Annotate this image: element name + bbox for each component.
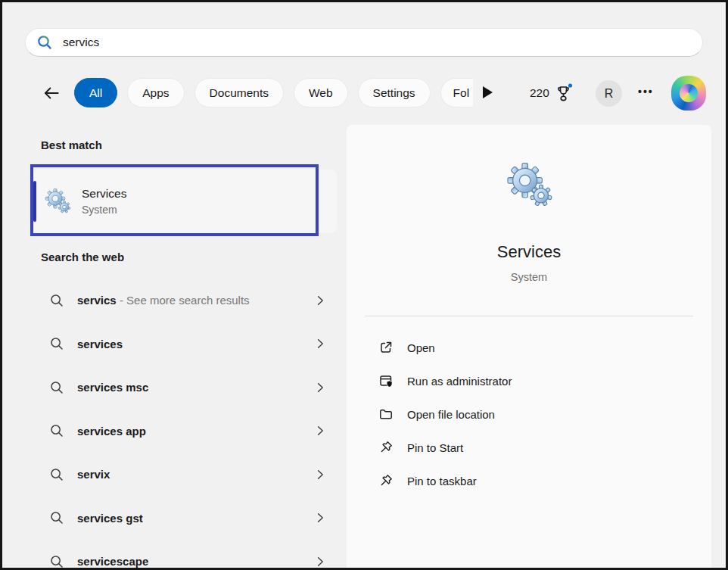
rewards-button[interactable]: 220 [530, 83, 574, 104]
suggestion-row[interactable]: servics - See more search results [33, 279, 337, 322]
search-bar [25, 28, 703, 57]
chevron-right-icon [314, 338, 326, 350]
back-button[interactable] [40, 82, 63, 104]
action-pin-to-taskbar[interactable]: Pin to taskbar [347, 464, 711, 497]
tab-documents[interactable]: Documents [194, 78, 284, 107]
suggestion-row[interactable]: servicescape [33, 540, 337, 570]
suggestion-row[interactable]: services app [33, 410, 337, 453]
action-label: Run as administrator [407, 375, 512, 388]
action-label: Pin to taskbar [407, 475, 477, 487]
tab-all[interactable]: All [74, 78, 117, 107]
details-subtitle: System [347, 271, 711, 283]
action-label: Pin to Start [407, 441, 463, 454]
suggestion-suffix: - See more search results [117, 294, 250, 307]
suggestion-query: services msc [77, 381, 148, 394]
details-panel: Services System Open [347, 125, 711, 568]
pin-icon [378, 440, 394, 455]
avatar[interactable]: R [596, 80, 622, 107]
chevron-right-icon [314, 556, 326, 568]
search-input[interactable] [63, 36, 692, 49]
web-suggestions-list: servics - See more search results servic… [33, 279, 337, 570]
action-label: Open [407, 341, 435, 354]
pin-icon [378, 473, 394, 488]
action-run-as-administrator[interactable]: Run as administrator [347, 364, 711, 397]
more-options-button[interactable]: ••• [638, 86, 654, 98]
search-window: All Apps Documents Web Settings Fol 220 … [0, 0, 728, 570]
services-gears-icon [44, 188, 71, 215]
folder-icon [378, 406, 394, 422]
search-icon [49, 380, 64, 395]
services-gears-icon-large [347, 161, 711, 210]
suggestion-query: services app [77, 425, 146, 438]
admin-shield-icon [378, 373, 394, 388]
suggestion-row[interactable]: servix [33, 453, 337, 497]
search-icon [49, 336, 64, 351]
tab-settings[interactable]: Settings [358, 78, 431, 107]
best-match-item-services[interactable]: Services System [33, 170, 337, 233]
search-icon [36, 34, 53, 51]
action-open-file-location[interactable]: Open file location [347, 397, 711, 431]
open-external-icon [378, 340, 394, 355]
tab-web[interactable]: Web [294, 78, 348, 107]
suggestion-row[interactable]: services msc [33, 366, 337, 410]
divider [365, 316, 693, 316]
search-icon [49, 293, 64, 308]
search-icon [49, 554, 64, 569]
suggestion-query: servix [77, 468, 110, 481]
copilot-icon[interactable] [671, 76, 706, 111]
search-the-web-header: Search the web [41, 251, 124, 263]
tab-apps[interactable]: Apps [127, 78, 184, 107]
best-match-title: Services [82, 187, 126, 201]
actions-list: Open Run as administrator [347, 331, 711, 497]
chevron-right-icon [314, 512, 326, 524]
chevron-right-icon [314, 425, 326, 437]
tab-folders-clipped[interactable]: Fol [440, 78, 473, 107]
suggestion-row[interactable]: services gst [33, 497, 337, 540]
suggestion-query: services [77, 338, 123, 350]
search-icon [49, 510, 64, 525]
suggestion-query: servicescape [77, 555, 148, 568]
search-icon [49, 467, 64, 482]
search-icon [49, 423, 64, 438]
action-label: Open file location [407, 408, 495, 421]
suggestion-query: servics [77, 294, 117, 307]
chevron-right-icon [314, 382, 326, 394]
trophy-icon [554, 83, 574, 104]
suggestion-query: services gst [77, 512, 143, 525]
chevron-right-icon [314, 294, 326, 307]
play-arrow-icon[interactable] [480, 86, 495, 101]
chevron-right-icon [314, 469, 326, 481]
details-title: Services [347, 242, 711, 262]
best-match-header: Best match [41, 139, 102, 151]
action-open[interactable]: Open [347, 331, 711, 364]
best-match-subtitle: System [82, 204, 126, 216]
filter-tabs: All Apps Documents Web Settings Fol [74, 78, 473, 107]
suggestion-row[interactable]: services [33, 322, 337, 366]
selection-accent-bar [33, 181, 36, 222]
action-pin-to-start[interactable]: Pin to Start [347, 431, 711, 464]
back-arrow-icon [42, 83, 61, 103]
rewards-points: 220 [530, 86, 549, 100]
